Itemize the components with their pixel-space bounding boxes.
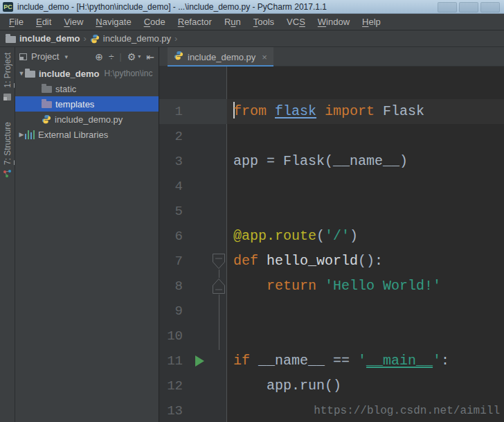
tree-item-label: include_demo.py <box>55 114 123 125</box>
tree-item-label: static <box>55 84 76 94</box>
code-text[interactable]: def hello_world(): <box>227 249 504 274</box>
breadcrumb-include-demo-py[interactable]: include_demo.py› <box>90 33 181 44</box>
folder-icon <box>42 101 52 108</box>
tree-item-label: templates <box>55 99 94 109</box>
fold-marker-icon[interactable] <box>212 278 226 294</box>
close-button[interactable] <box>480 2 500 12</box>
line-number: 11 <box>159 349 183 373</box>
collapse-arrow-icon[interactable]: ▶ <box>18 131 25 138</box>
settings-gear-icon[interactable]: ⚙ <box>127 51 136 62</box>
folder-icon <box>42 86 52 93</box>
code-text[interactable] <box>227 124 504 149</box>
code-line-7: 7def hello_world(): <box>159 249 504 274</box>
line-number: 2 <box>159 124 183 149</box>
collapse-all-icon[interactable]: ÷ <box>109 51 114 62</box>
menu-code[interactable]: Code <box>138 17 172 27</box>
tree-item-external-libraries[interactable]: ▶External Libraries <box>15 127 159 142</box>
expand-arrow-icon[interactable]: ▼ <box>18 70 25 77</box>
chevron-right-icon: › <box>83 33 86 44</box>
code-text[interactable] <box>227 174 504 199</box>
close-tab-icon[interactable]: × <box>262 52 267 62</box>
stripe-tab-project[interactable]: 1: Project <box>0 53 15 104</box>
code-text[interactable]: from flask import Flask <box>227 99 504 124</box>
code-text[interactable] <box>227 299 504 324</box>
gutter-cell[interactable]: 9 <box>159 299 227 324</box>
menu-run[interactable]: Run <box>218 17 247 27</box>
code-text[interactable]: return 'Hello World!' <box>227 274 504 299</box>
gutter-cell[interactable]: 12 <box>159 373 227 398</box>
hide-panel-icon[interactable]: ⇤ <box>146 51 154 62</box>
menu-refactor[interactable]: Refactor <box>172 17 218 27</box>
tree-item-static[interactable]: static <box>15 81 159 96</box>
menu-edit[interactable]: Edit <box>30 17 57 27</box>
project-panel: Project ▾ ⊕÷|⚙▾⇤ ▼include_demoH:\python\… <box>15 47 159 422</box>
code-text[interactable] <box>227 324 504 349</box>
code-line-10: 10 <box>159 324 504 349</box>
code-line-4: 4 <box>159 174 504 199</box>
gutter-cell[interactable]: 1 <box>159 99 227 124</box>
code-line-1: 1from flask import Flask <box>159 99 504 124</box>
project-tree: ▼include_demoH:\python\incstatictemplate… <box>15 66 159 142</box>
menu-tools[interactable]: Tools <box>247 17 280 27</box>
menu-file[interactable]: File <box>3 17 30 27</box>
menu-navigate[interactable]: Navigate <box>89 17 137 27</box>
gutter-cell[interactable]: 2 <box>159 124 227 149</box>
gutter-cell[interactable]: 7 <box>159 249 227 274</box>
tree-item-templates[interactable]: templates <box>15 96 159 112</box>
tree-item-include-demo[interactable]: ▼include_demoH:\python\inc <box>15 66 159 81</box>
code-editor-area[interactable]: 1from flask import Flask23app = Flask(__… <box>159 67 504 422</box>
gutter-cell[interactable]: 13 <box>159 398 227 422</box>
gutter-cell[interactable]: 10 <box>159 324 227 349</box>
breadcrumb-include-demo[interactable]: include_demo› <box>6 33 90 44</box>
window-title: include_demo - [H:\python\include_demo] … <box>17 2 327 12</box>
line-number: 5 <box>159 199 183 224</box>
code-text[interactable]: app = Flask(__name__) <box>227 149 504 174</box>
line-number: 3 <box>159 149 183 174</box>
chevron-down-icon: ▾ <box>138 53 141 60</box>
code-line-12: 12 app.run() <box>159 373 504 398</box>
code-text[interactable]: @app.route('/') <box>227 224 504 249</box>
pycharm-app-icon: PC <box>3 2 13 12</box>
locate-icon[interactable]: ⊕ <box>95 51 103 62</box>
stripe-tab-label: 7: Structure <box>3 122 12 165</box>
folder-icon <box>6 36 16 43</box>
gutter-cell[interactable]: 5 <box>159 199 227 224</box>
project-panel-title[interactable]: Project <box>31 51 59 62</box>
gutter-cell[interactable]: 3 <box>159 149 227 174</box>
python-file-icon <box>90 34 100 44</box>
stripe-tab-structure[interactable]: 7: Structure <box>0 122 15 181</box>
code-line-11: 11if __name__ == '__main__': <box>159 349 504 373</box>
code-text[interactable]: if __name__ == '__main__': <box>227 349 504 373</box>
gutter-cell[interactable]: 4 <box>159 174 227 199</box>
stripe-tab-label: 1: Project <box>3 53 12 88</box>
code-text[interactable]: app.run() <box>227 373 504 398</box>
window-controls <box>438 2 500 12</box>
gutter-cell[interactable]: 8 <box>159 274 227 299</box>
folder-icon <box>25 71 35 78</box>
python-file-icon <box>174 51 183 63</box>
breadcrumb-label: include_demo <box>19 33 80 44</box>
line-number: 9 <box>159 299 183 324</box>
line-number: 7 <box>159 249 183 274</box>
line-number: 8 <box>159 274 183 299</box>
tab-include_demo-py[interactable]: include_demo.py × <box>168 47 273 67</box>
chevron-down-icon[interactable]: ▾ <box>64 53 68 60</box>
menu-window[interactable]: Window <box>312 17 356 27</box>
menu-vcs[interactable]: VCS <box>280 17 312 27</box>
line-number: 1 <box>159 99 183 124</box>
fold-marker-icon[interactable] <box>212 253 226 270</box>
minimize-button[interactable] <box>438 2 457 12</box>
tree-item-include-demo-py[interactable]: include_demo.py <box>15 112 159 127</box>
project-panel-toolbar: ⊕÷|⚙▾⇤ <box>95 51 154 62</box>
menu-view[interactable]: View <box>57 17 89 27</box>
run-arrow-icon[interactable] <box>195 355 204 367</box>
tree-item-label: include_demo <box>39 69 99 79</box>
gutter-cell[interactable]: 6 <box>159 224 227 249</box>
python-file-icon <box>42 114 51 124</box>
menu-help[interactable]: Help <box>356 17 387 27</box>
code-text[interactable] <box>227 199 504 224</box>
gutter-cell[interactable]: 11 <box>159 349 227 373</box>
maximize-button[interactable] <box>459 2 478 12</box>
code-line-5: 5 <box>159 199 504 224</box>
title-bar[interactable]: PC include_demo - [H:\python\include_dem… <box>0 0 504 14</box>
